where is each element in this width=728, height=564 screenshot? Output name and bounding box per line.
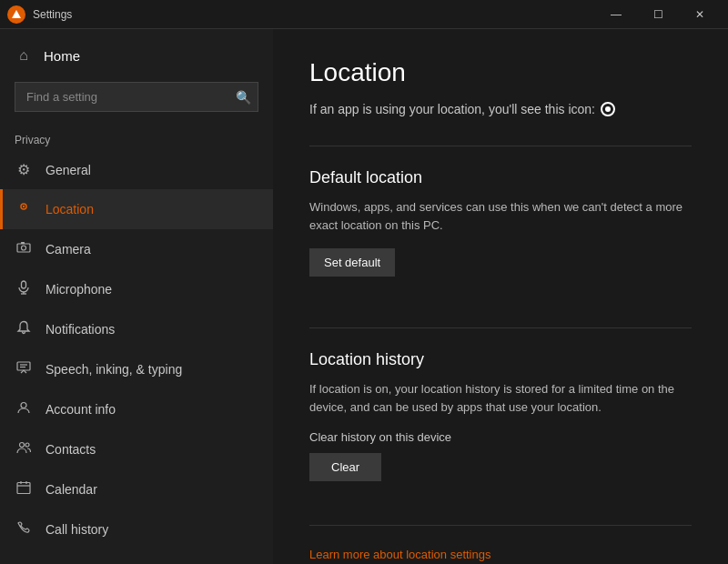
app-container: ⌂ Home 🔍 Privacy ⚙ General Location [0,29,728,564]
divider-3 [309,525,692,526]
search-input[interactable] [15,82,258,112]
location-icon-description: If an app is using your location, you'll… [309,102,692,116]
icon-desc-text: If an app is using your location, you'll… [309,102,595,116]
sidebar-item-notifications[interactable]: Notifications [0,309,273,349]
titlebar: Settings — ☐ ✕ [0,0,728,29]
maximize-button[interactable]: ☐ [637,0,679,29]
page-title: Location [309,58,692,87]
svg-point-12 [20,443,25,448]
sidebar-item-label: Speech, inking, & typing [46,362,182,377]
titlebar-controls: — ☐ ✕ [595,0,721,29]
speech-icon [15,360,33,378]
call-history-icon [15,520,33,539]
sidebar-item-account-info[interactable]: Account info [0,389,273,429]
sidebar-item-label: Contacts [46,442,96,457]
titlebar-title: Settings [33,8,595,21]
sidebar-item-general[interactable]: ⚙ General [0,150,273,189]
microphone-icon [15,280,33,298]
sidebar-item-microphone[interactable]: Microphone [0,269,273,309]
svg-rect-2 [17,244,30,252]
home-label: Home [44,48,80,64]
close-button[interactable]: ✕ [679,0,721,29]
general-icon: ⚙ [15,161,33,178]
sidebar-item-label: Calendar [46,482,97,497]
sidebar-item-speech[interactable]: Speech, inking, & typing [0,349,273,389]
svg-rect-4 [21,242,25,244]
privacy-section-label: Privacy [0,126,273,150]
sidebar-item-label: Location [46,202,94,217]
sidebar-item-label: Notifications [46,322,115,337]
app-icon [7,5,25,24]
account-info-icon [15,400,33,418]
main-content: Location If an app is using your locatio… [273,29,728,564]
location-icon [15,200,33,218]
sidebar-item-label: Camera [46,242,91,257]
search-box: 🔍 [15,82,258,112]
divider-2 [309,327,692,328]
search-icon: 🔍 [236,90,251,105]
sidebar-item-label: Call history [46,522,108,537]
sidebar-item-label: General [46,163,91,177]
default-location-heading: Default location [309,168,692,187]
sidebar-item-camera[interactable]: Camera [0,229,273,269]
learn-more-link[interactable]: Learn more about location settings [309,548,692,561]
clear-button[interactable]: Clear [309,453,381,481]
location-history-heading: Location history [309,350,692,369]
svg-rect-5 [22,281,26,288]
svg-point-13 [25,443,29,447]
location-history-desc: If location is on, your location history… [309,380,692,416]
divider-1 [309,146,692,146]
minimize-button[interactable]: — [595,0,637,29]
calendar-icon [15,480,33,499]
sidebar-item-location[interactable]: Location [0,189,273,229]
home-icon: ⌂ [15,47,33,64]
sidebar-item-label: Account info [46,402,116,417]
set-default-button[interactable]: Set default [309,248,395,277]
sidebar-item-calendar[interactable]: Calendar [0,469,273,509]
sidebar-home[interactable]: ⌂ Home [0,36,273,75]
sidebar-item-label: Microphone [46,282,112,297]
default-location-desc: Windows, apps, and services can use this… [309,198,692,234]
clear-history-label: Clear history on this device [309,430,692,444]
sidebar: ⌂ Home 🔍 Privacy ⚙ General Location [0,29,273,564]
svg-point-3 [22,246,26,250]
contacts-icon [15,440,33,458]
svg-rect-8 [17,362,30,370]
svg-rect-14 [17,483,30,494]
svg-point-1 [23,206,25,207]
sidebar-item-contacts[interactable]: Contacts [0,429,273,469]
camera-icon [15,240,33,258]
svg-point-11 [21,403,26,408]
sidebar-item-call-history[interactable]: Call history [0,509,273,549]
notifications-icon [15,320,33,338]
location-dot-icon [601,102,615,116]
